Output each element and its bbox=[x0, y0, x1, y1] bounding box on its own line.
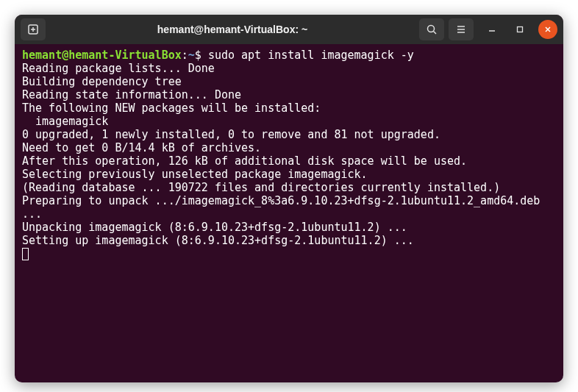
output-line: The following NEW packages will be insta… bbox=[22, 101, 556, 115]
output-line: Building dependency tree bbox=[22, 75, 556, 88]
cursor-icon bbox=[22, 248, 29, 260]
output-line: Setting up imagemagick (8:6.9.10.23+dfsg… bbox=[22, 234, 556, 247]
output-line: Selecting previously unselected package … bbox=[22, 168, 556, 181]
output-line: 0 upgraded, 1 newly installed, 0 to remo… bbox=[22, 128, 556, 141]
svg-line-4 bbox=[434, 32, 437, 35]
close-button[interactable] bbox=[538, 20, 557, 39]
cursor-line bbox=[22, 247, 556, 260]
svg-point-3 bbox=[428, 26, 435, 32]
prompt-dollar: $ bbox=[195, 49, 208, 62]
output-line: Preparing to unpack .../imagemagick_8%3a… bbox=[22, 194, 556, 221]
prompt-colon: : bbox=[182, 49, 188, 62]
titlebar: hemant@hemant-VirtualBox: ~ bbox=[15, 15, 563, 44]
prompt-path: ~ bbox=[188, 49, 195, 62]
minimize-icon bbox=[488, 25, 496, 34]
terminal-window: hemant@hemant-VirtualBox: ~ bbox=[15, 15, 563, 382]
search-icon bbox=[426, 24, 438, 35]
hamburger-icon bbox=[455, 24, 467, 35]
svg-rect-9 bbox=[518, 27, 523, 32]
search-button[interactable] bbox=[419, 18, 444, 40]
output-line: Unpacking imagemagick (8:6.9.10.23+dfsg-… bbox=[22, 221, 556, 234]
minimize-button[interactable] bbox=[482, 20, 502, 39]
output-line: Reading state information... Done bbox=[22, 88, 556, 101]
output-line: (Reading database ... 190722 files and d… bbox=[22, 181, 556, 194]
terminal-body[interactable]: hemant@hemant-VirtualBox:~$ sudo apt ins… bbox=[15, 44, 563, 382]
output-line: imagemagick bbox=[22, 115, 556, 128]
prompt-user-host: hemant@hemant-VirtualBox bbox=[22, 49, 182, 62]
output-line: Need to get 0 B/14.4 kB of archives. bbox=[22, 141, 556, 154]
command-text: sudo apt install imagemagick -y bbox=[208, 49, 414, 62]
titlebar-right bbox=[419, 18, 557, 40]
new-tab-button[interactable] bbox=[21, 18, 46, 40]
maximize-button[interactable] bbox=[510, 20, 529, 39]
output-line: Reading package lists... Done bbox=[22, 62, 556, 75]
window-title: hemant@hemant-VirtualBox: ~ bbox=[50, 24, 415, 35]
maximize-icon bbox=[515, 25, 524, 34]
output-line: After this operation, 126 kB of addition… bbox=[22, 154, 556, 168]
new-tab-icon bbox=[27, 24, 39, 35]
close-icon bbox=[543, 25, 552, 34]
menu-button[interactable] bbox=[449, 18, 474, 40]
prompt-line: hemant@hemant-VirtualBox:~$ sudo apt ins… bbox=[22, 49, 556, 62]
